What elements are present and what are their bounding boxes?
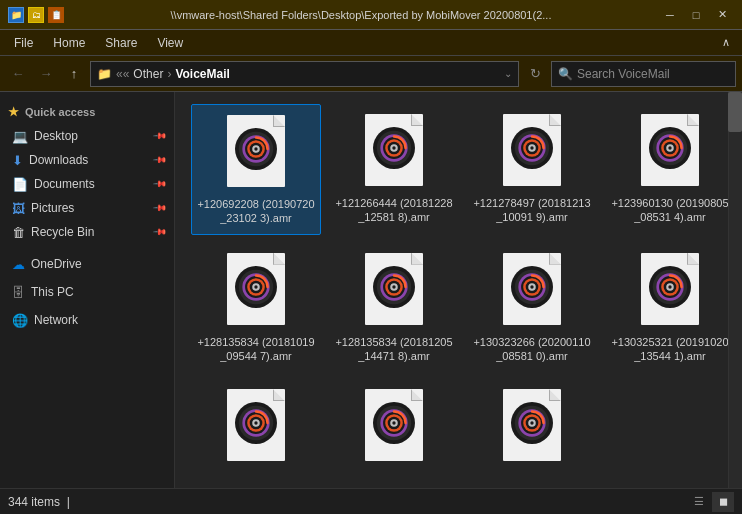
forward-button[interactable]: → [34, 62, 58, 86]
search-icon: 🔍 [558, 67, 573, 81]
desktop-icon: 💻 [12, 129, 28, 144]
title-text: \\vmware-host\Shared Folders\Desktop\Exp… [70, 9, 652, 21]
file-item[interactable]: +123960130 (20190805_08531 4).amr [605, 104, 735, 235]
sidebar-this-pc-label: This PC [31, 285, 74, 299]
title-bar-icons: 📁 🗂 📋 [8, 7, 64, 23]
search-box[interactable]: 🔍 Search VoiceMail [551, 61, 736, 87]
breadcrumb-other[interactable]: Other [133, 67, 163, 81]
file-item[interactable]: +121266444 (20181228_12581 8).amr [329, 104, 459, 235]
file-icon [635, 251, 705, 331]
pin-icon-downloads: 📌 [153, 153, 168, 168]
sidebar-item-downloads[interactable]: ⬇ Downloads 📌 [0, 148, 174, 172]
sidebar: ★ Quick access 💻 Desktop 📌 ⬇ Downloads 📌… [0, 92, 175, 488]
view-options: ☰ ◼ [688, 492, 734, 512]
grid-view-button[interactable]: ◼ [712, 492, 734, 512]
file-item[interactable] [329, 379, 459, 488]
svg-point-15 [392, 146, 395, 149]
status-separator: | [67, 495, 70, 509]
file-icon [497, 387, 567, 467]
sidebar-item-network[interactable]: 🌐 Network [0, 308, 174, 332]
file-item[interactable]: +121278497 (20181213_10091 9).amr [467, 104, 597, 235]
file-icon [359, 251, 429, 331]
file-item[interactable] [191, 379, 321, 488]
search-placeholder: Search VoiceMail [577, 67, 670, 81]
menu-expand[interactable]: ∧ [714, 34, 738, 51]
path-sep: › [167, 67, 171, 81]
sidebar-pictures-label: Pictures [31, 201, 74, 215]
pin-icon-pictures: 📌 [153, 201, 168, 216]
pictures-icon: 🖼 [12, 201, 25, 216]
sidebar-item-desktop[interactable]: 💻 Desktop 📌 [0, 124, 174, 148]
file-item[interactable]: +128135834 (20181019_09544 7).amr [191, 243, 321, 372]
svg-point-55 [530, 285, 533, 288]
breadcrumb-separator: «« [116, 67, 129, 81]
pin-icon: 📌 [153, 129, 168, 144]
file-name: +128135834 (20181019_09544 7).amr [196, 335, 316, 364]
address-box[interactable]: 📁 «« Other › VoiceMail ⌄ [90, 61, 519, 87]
onedrive-icon: ☁ [12, 257, 25, 272]
title-icon-yellow: 🗂 [28, 7, 44, 23]
file-item[interactable]: +128135834 (20181205_14471 8).amr [329, 243, 459, 372]
svg-point-87 [530, 422, 533, 425]
item-count: 344 items [8, 495, 60, 509]
file-name: +123960130 (20190805_08531 4).amr [610, 196, 730, 225]
file-icon [359, 112, 429, 192]
documents-icon: 📄 [12, 177, 28, 192]
file-item[interactable]: +130323266 (20200110_08581 0).amr [467, 243, 597, 372]
content-area: +120692208 (20190720_23102 3).amr +12126… [175, 92, 742, 488]
svg-point-47 [392, 285, 395, 288]
sidebar-recycle-label: Recycle Bin [31, 225, 94, 239]
back-button[interactable]: ← [6, 62, 30, 86]
sidebar-desktop-label: Desktop [34, 129, 78, 143]
file-name: +121278497 (20181213_10091 9).amr [472, 196, 592, 225]
downloads-icon: ⬇ [12, 153, 23, 168]
refresh-button[interactable]: ↻ [523, 62, 547, 86]
sidebar-downloads-label: Downloads [29, 153, 88, 167]
svg-point-63 [668, 285, 671, 288]
list-view-button[interactable]: ☰ [688, 492, 710, 512]
sidebar-documents-label: Documents [34, 177, 95, 191]
menu-share[interactable]: Share [95, 32, 147, 54]
sidebar-quick-access[interactable]: ★ Quick access [0, 100, 174, 124]
file-icon [359, 387, 429, 467]
breadcrumb-voicemail[interactable]: VoiceMail [175, 67, 229, 81]
status-count: 344 items | [8, 495, 680, 509]
file-item[interactable]: +130325321 (20191020_13544 1).amr [605, 243, 735, 372]
svg-point-39 [254, 285, 257, 288]
sidebar-item-pictures[interactable]: 🖼 Pictures 📌 [0, 196, 174, 220]
network-icon: 🌐 [12, 313, 28, 328]
file-icon [221, 113, 291, 193]
menu-file[interactable]: File [4, 32, 43, 54]
file-icon [497, 112, 567, 192]
svg-point-31 [668, 146, 671, 149]
minimize-button[interactable]: ─ [658, 4, 682, 26]
recycle-bin-icon: 🗑 [12, 225, 25, 240]
sidebar-onedrive-label: OneDrive [31, 257, 82, 271]
file-item[interactable] [467, 379, 597, 488]
sidebar-item-this-pc[interactable]: 🗄 This PC [0, 280, 174, 304]
menu-home[interactable]: Home [43, 32, 95, 54]
address-bar: ← → ↑ 📁 «« Other › VoiceMail ⌄ ↻ 🔍 Searc… [0, 56, 742, 92]
sidebar-item-onedrive[interactable]: ☁ OneDrive [0, 252, 174, 276]
scrollbar-thumb[interactable] [728, 92, 742, 132]
sidebar-item-recycle-bin[interactable]: 🗑 Recycle Bin 📌 [0, 220, 174, 244]
title-icon-orange: 📋 [48, 7, 64, 23]
file-icon [221, 251, 291, 331]
scrollbar-vertical[interactable] [728, 92, 742, 488]
star-icon: ★ [8, 105, 19, 119]
menu-view[interactable]: View [147, 32, 193, 54]
address-dropdown-icon[interactable]: ⌄ [504, 68, 512, 79]
svg-point-71 [254, 422, 257, 425]
sidebar-item-documents[interactable]: 📄 Documents 📌 [0, 172, 174, 196]
up-button[interactable]: ↑ [62, 62, 86, 86]
title-controls: ─ □ ✕ [658, 4, 734, 26]
status-bar: 344 items | ☰ ◼ [0, 488, 742, 514]
folder-icon: 📁 [97, 67, 112, 81]
pin-icon-recycle: 📌 [153, 225, 168, 240]
file-item[interactable]: +120692208 (20190720_23102 3).amr [191, 104, 321, 235]
svg-point-23 [530, 146, 533, 149]
pin-icon-documents: 📌 [153, 177, 168, 192]
maximize-button[interactable]: □ [684, 4, 708, 26]
close-button[interactable]: ✕ [710, 4, 734, 26]
file-name: +130323266 (20200110_08581 0).amr [472, 335, 592, 364]
